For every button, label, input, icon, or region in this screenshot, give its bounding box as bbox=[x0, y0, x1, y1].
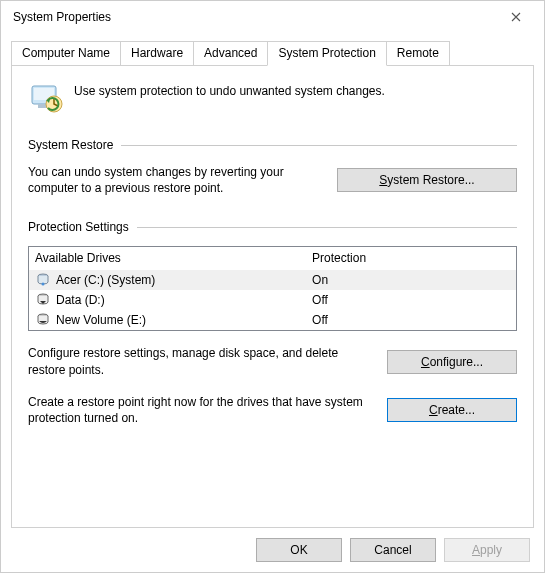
system-protection-icon bbox=[28, 80, 64, 116]
group-title-protection-settings: Protection Settings bbox=[28, 220, 137, 234]
table-row[interactable]: Acer (C:) (System)On bbox=[29, 270, 516, 290]
tab-strip: Computer Name Hardware Advanced System P… bbox=[11, 41, 534, 66]
group-header-protection-settings: Protection Settings bbox=[28, 220, 517, 234]
configure-button[interactable]: Configure... bbox=[387, 350, 517, 374]
drives-table-header: Available Drives Protection bbox=[29, 247, 516, 270]
drives-table[interactable]: Available Drives Protection Acer (C:) (S… bbox=[28, 246, 517, 331]
drives-table-body: Acer (C:) (System)OnData (D:)OffNew Volu… bbox=[29, 270, 516, 330]
column-header-protection: Protection bbox=[312, 251, 510, 265]
tab-container: Computer Name Hardware Advanced System P… bbox=[1, 33, 544, 528]
system-restore-button[interactable]: System Restore... bbox=[337, 168, 517, 192]
drive-icon bbox=[35, 312, 51, 328]
group-protection-settings: Protection Settings Available Drives Pro… bbox=[28, 220, 517, 331]
dialog-footer: OK Cancel Apply bbox=[1, 528, 544, 572]
close-button[interactable] bbox=[496, 3, 536, 31]
table-row[interactable]: Data (D:)Off bbox=[29, 290, 516, 310]
apply-button[interactable]: Apply bbox=[444, 538, 530, 562]
tab-system-protection[interactable]: System Protection bbox=[267, 41, 386, 66]
tab-hardware[interactable]: Hardware bbox=[120, 41, 194, 65]
drive-label: Data (D:) bbox=[56, 293, 105, 307]
tab-body-system-protection: Use system protection to undo unwanted s… bbox=[11, 66, 534, 528]
intro-row: Use system protection to undo unwanted s… bbox=[28, 80, 517, 116]
intro-text: Use system protection to undo unwanted s… bbox=[74, 80, 385, 98]
system-restore-desc: You can undo system changes by reverting… bbox=[28, 164, 321, 196]
column-header-drives: Available Drives bbox=[35, 251, 312, 265]
cancel-button[interactable]: Cancel bbox=[350, 538, 436, 562]
ok-button[interactable]: OK bbox=[256, 538, 342, 562]
window-title: System Properties bbox=[13, 10, 496, 24]
system-properties-window: System Properties Computer Name Hardware… bbox=[0, 0, 545, 573]
drive-protection: Off bbox=[312, 293, 510, 307]
drive-protection: Off bbox=[312, 313, 510, 327]
tab-computer-name[interactable]: Computer Name bbox=[11, 41, 121, 65]
svg-point-5 bbox=[42, 283, 45, 286]
divider bbox=[121, 145, 517, 146]
tab-remote[interactable]: Remote bbox=[386, 41, 450, 65]
drive-label: Acer (C:) (System) bbox=[56, 273, 155, 287]
drive-icon bbox=[35, 272, 51, 288]
divider bbox=[137, 227, 517, 228]
drive-label: New Volume (E:) bbox=[56, 313, 146, 327]
close-icon bbox=[511, 12, 521, 22]
drive-protection: On bbox=[312, 273, 510, 287]
create-desc: Create a restore point right now for the… bbox=[28, 394, 371, 426]
create-button[interactable]: Create... bbox=[387, 398, 517, 422]
group-system-restore: System Restore You can undo system chang… bbox=[28, 138, 517, 196]
tab-advanced[interactable]: Advanced bbox=[193, 41, 268, 65]
titlebar: System Properties bbox=[1, 1, 544, 33]
table-row[interactable]: New Volume (E:)Off bbox=[29, 310, 516, 330]
configure-desc: Configure restore settings, manage disk … bbox=[28, 345, 371, 377]
group-header-system-restore: System Restore bbox=[28, 138, 517, 152]
group-title-system-restore: System Restore bbox=[28, 138, 121, 152]
drive-icon bbox=[35, 292, 51, 308]
